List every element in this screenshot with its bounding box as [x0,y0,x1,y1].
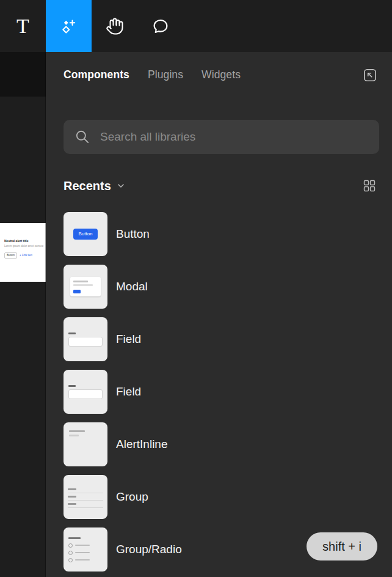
text-tool-button[interactable]: T [0,0,46,52]
arrow-corner-icon [362,67,378,83]
component-thumbnail [64,265,107,309]
component-thumbnail [64,527,107,571]
component-thumbnail [64,370,107,414]
tab-widgets[interactable]: Widgets [201,68,241,81]
component-item-label: Group/Radio [116,543,182,556]
component-thumbnail [64,317,107,361]
component-list: Button Button Modal Field Field AlertInl… [46,212,392,571]
canvas-dark-band [0,52,46,97]
toolbar: T [0,0,392,52]
search-input[interactable] [100,130,368,144]
grid-view-button[interactable] [361,177,378,194]
recents-header[interactable]: Recents [64,178,378,193]
artboard-mini-link: + Link text [20,254,32,257]
shortcut-hint: shift + i [307,532,377,560]
chevron-down-icon [117,183,125,188]
component-list-item[interactable]: Field [64,370,392,414]
artboard-mini-button: Button [4,252,17,259]
recents-title: Recents [64,179,111,193]
component-thumbnail [64,475,107,519]
hand-tool-button[interactable] [92,0,137,52]
tab-plugins[interactable]: Plugins [148,68,183,81]
component-item-label: Button [116,227,150,241]
search-icon [74,129,90,145]
component-list-item[interactable]: Modal [64,265,392,309]
component-thumbnail: Button [64,212,107,256]
figma-app: T Neutral a [0,0,392,577]
assets-tool-button[interactable] [46,0,92,52]
artboard-alert-title: Neutral alert title [4,239,46,243]
grid-view-icon [362,178,377,193]
artboard-alert-body: Lorem ipsum dolor amet consec [4,244,46,248]
component-item-label: Group [116,490,148,504]
component-item-label: Field [116,333,141,346]
component-item-label: AlertInline [116,438,168,451]
tab-components[interactable]: Components [64,68,129,81]
component-thumbnail [64,422,107,466]
component-list-item[interactable]: AlertInline [64,422,392,466]
hand-icon [106,17,124,35]
search-bar [64,120,379,154]
text-tool-icon: T [16,16,29,37]
workspace: Neutral alert title Lorem ipsum dolor am… [0,52,392,577]
component-list-item[interactable]: Group [64,475,392,519]
panel-tabs: Components Plugins Widgets [46,52,392,98]
component-item-label: Modal [116,280,148,293]
component-list-item[interactable]: Field [64,317,392,361]
assets-icon [60,17,78,35]
comment-bubble-icon [151,17,170,35]
canvas-artboard[interactable]: Neutral alert title Lorem ipsum dolor am… [0,223,46,282]
component-list-item[interactable]: Button Button [64,212,392,256]
components-panel: Components Plugins Widgets [46,52,392,577]
comment-tool-button[interactable] [137,0,183,52]
dock-panel-button[interactable] [361,66,379,84]
component-item-label: Field [116,385,141,399]
